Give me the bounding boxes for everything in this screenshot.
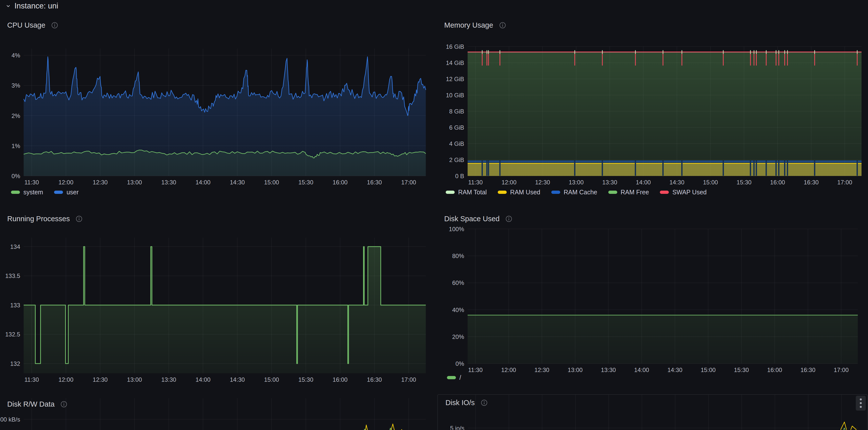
running-processes-chart[interactable]: 132132.5133133.513411:3012:0012:3013:001…: [0, 233, 433, 388]
legend-item[interactable]: RAM Total: [446, 189, 487, 196]
disk-rw-chart[interactable]: 100 kB/s: [0, 398, 433, 430]
svg-text:15:30: 15:30: [298, 376, 313, 383]
svg-text:14:00: 14:00: [195, 376, 210, 383]
cpu-usage-chart[interactable]: 0%1%2%3%4%11:3012:0012:3013:0013:3014:00…: [0, 43, 433, 198]
panel-title-text: Disk Space Used: [444, 215, 499, 223]
svg-text:4 GiB: 4 GiB: [449, 140, 464, 147]
svg-text:1%: 1%: [11, 142, 20, 149]
svg-text:2 GiB: 2 GiB: [449, 157, 464, 163]
panel-running-processes: Running Processes 132132.5133133.513411:…: [0, 213, 433, 391]
svg-text:8 GiB: 8 GiB: [449, 108, 464, 115]
legend-item[interactable]: /: [447, 374, 461, 381]
legend-label: RAM Free: [621, 189, 649, 196]
svg-text:14:30: 14:30: [230, 376, 245, 383]
svg-text:20%: 20%: [452, 333, 464, 340]
svg-text:132: 132: [10, 360, 20, 367]
legend-label: SWAP Used: [672, 189, 707, 196]
legend-label: RAM Used: [510, 189, 540, 196]
legend-item[interactable]: RAM Used: [498, 189, 540, 196]
legend-item[interactable]: RAM Cache: [551, 189, 597, 196]
panel-memory-title[interactable]: Memory Usage: [437, 21, 506, 29]
svg-text:15:30: 15:30: [298, 179, 313, 186]
svg-text:12:30: 12:30: [93, 179, 107, 186]
legend-item[interactable]: RAM Free: [608, 189, 649, 196]
svg-text:13:30: 13:30: [161, 376, 176, 383]
svg-text:16:00: 16:00: [333, 179, 348, 186]
legend-label: user: [66, 189, 79, 196]
legend-label: system: [23, 189, 43, 196]
info-icon[interactable]: [499, 22, 506, 29]
row-toggle-instance[interactable]: Instance: uni: [5, 1, 58, 10]
svg-text:12:00: 12:00: [501, 367, 516, 373]
memory-legend[interactable]: RAM TotalRAM UsedRAM CacheRAM FreeSWAP U…: [446, 189, 707, 196]
svg-text:0 B: 0 B: [455, 173, 464, 179]
svg-text:17:00: 17:00: [837, 179, 852, 186]
svg-text:10 GiB: 10 GiB: [446, 92, 464, 99]
svg-text:80%: 80%: [452, 253, 464, 259]
panel-cpu-usage: CPU Usage 0%1%2%3%4%11:3012:0012:3013:00…: [0, 19, 433, 204]
svg-text:3%: 3%: [11, 82, 20, 89]
chevron-down-icon: [5, 3, 11, 9]
legend-swatch: [660, 191, 669, 194]
info-icon[interactable]: [51, 22, 58, 29]
legend-swatch: [11, 191, 20, 194]
svg-text:12:30: 12:30: [535, 179, 550, 186]
svg-text:11:30: 11:30: [24, 179, 39, 186]
disk-space-legend[interactable]: /: [447, 374, 461, 381]
svg-text:14:00: 14:00: [634, 367, 649, 373]
cpu-legend[interactable]: systemuser: [11, 189, 79, 196]
svg-text:100 kB/s: 100 kB/s: [0, 416, 20, 423]
svg-text:17:00: 17:00: [834, 367, 848, 373]
info-icon[interactable]: [505, 216, 512, 222]
legend-swatch: [54, 191, 63, 194]
svg-text:16:00: 16:00: [333, 376, 348, 383]
svg-text:14:00: 14:00: [636, 179, 651, 186]
panel-disk-space-title[interactable]: Disk Space Used: [437, 215, 512, 223]
svg-text:14:30: 14:30: [668, 367, 682, 373]
legend-swatch: [608, 191, 617, 194]
legend-label: /: [459, 374, 461, 381]
svg-text:40%: 40%: [452, 306, 464, 313]
legend-swatch: [551, 191, 560, 194]
svg-text:14:30: 14:30: [230, 179, 245, 186]
svg-text:16:00: 16:00: [767, 367, 782, 373]
legend-item[interactable]: SWAP Used: [660, 189, 707, 196]
svg-text:15:30: 15:30: [734, 367, 749, 373]
svg-text:16:30: 16:30: [367, 376, 382, 383]
svg-text:13:00: 13:00: [568, 367, 583, 373]
panel-menu-button[interactable]: [856, 396, 866, 410]
svg-text:0%: 0%: [11, 173, 20, 179]
svg-text:60%: 60%: [452, 279, 464, 286]
legend-item[interactable]: user: [54, 189, 79, 196]
legend-label: RAM Cache: [564, 189, 597, 196]
svg-text:12:00: 12:00: [59, 376, 73, 383]
svg-text:13:00: 13:00: [127, 376, 142, 383]
disk-io-chart[interactable]: 5 io/s: [438, 395, 867, 430]
svg-text:17:00: 17:00: [401, 376, 416, 383]
svg-text:100%: 100%: [449, 226, 464, 232]
svg-text:13:00: 13:00: [569, 179, 584, 186]
panel-cpu-title[interactable]: CPU Usage: [0, 21, 58, 29]
panel-disk-space-used: Disk Space Used 0%20%40%60%80%100%11:301…: [437, 213, 868, 391]
info-icon[interactable]: [76, 216, 83, 222]
svg-text:134: 134: [10, 243, 20, 250]
svg-text:15:00: 15:00: [703, 179, 718, 186]
memory-usage-chart[interactable]: 0 B2 GiB4 GiB6 GiB8 GiB10 GiB12 GiB14 Gi…: [437, 42, 868, 198]
disk-space-used-chart[interactable]: 0%20%40%60%80%100%11:3012:0012:3013:0013…: [437, 224, 868, 383]
svg-text:133.5: 133.5: [5, 272, 20, 279]
svg-text:12:30: 12:30: [93, 376, 107, 383]
panel-processes-title[interactable]: Running Processes: [0, 215, 83, 223]
legend-swatch: [446, 191, 455, 194]
panel-title-text: Memory Usage: [444, 21, 493, 29]
svg-text:12:00: 12:00: [501, 179, 517, 186]
svg-text:132.5: 132.5: [5, 331, 20, 338]
dashboard: Instance: uni CPU Usage 0%1%2%3%4%11:301…: [0, 0, 868, 430]
svg-text:13:30: 13:30: [601, 367, 616, 373]
panel-disk-io: Disk IO/s 5 io/s: [437, 394, 868, 430]
svg-text:15:00: 15:00: [264, 376, 279, 383]
legend-item[interactable]: system: [11, 189, 43, 196]
panel-title-text: Running Processes: [7, 215, 70, 223]
svg-text:13:00: 13:00: [127, 179, 142, 186]
svg-text:16:30: 16:30: [804, 179, 819, 186]
panel-disk-rw-data: Disk R/W Data 100 kB/s: [0, 398, 433, 430]
